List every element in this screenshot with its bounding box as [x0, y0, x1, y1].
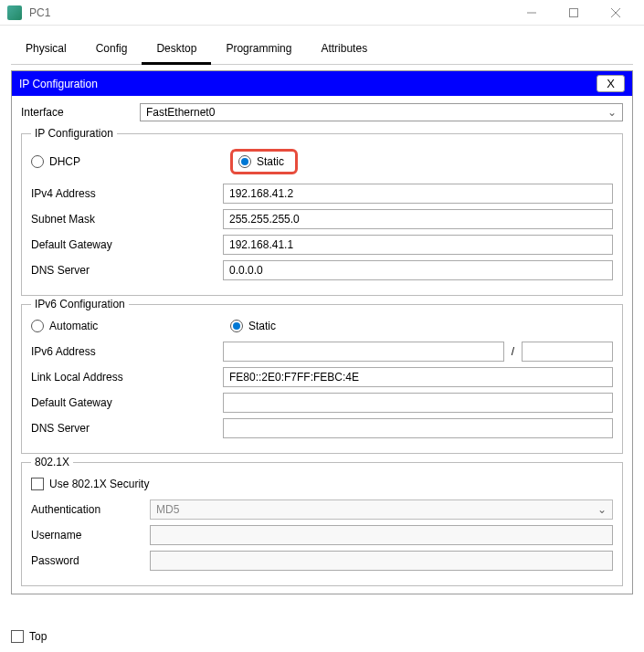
panel-header: IP Configuration X [12, 71, 632, 96]
ipv6-dns-label: DNS Server [31, 422, 223, 435]
chevron-down-icon: ⌄ [607, 106, 617, 119]
minimize-button[interactable] [511, 0, 553, 26]
ipv4-legend: IP Configuration [31, 127, 117, 140]
dns-server-label: DNS Server [31, 264, 223, 277]
app-icon [7, 5, 22, 20]
tab-programming[interactable]: Programming [211, 35, 306, 64]
password-input [150, 551, 613, 571]
interface-select[interactable]: FastEthernet0 ⌄ [140, 103, 623, 121]
ipv6-legend: IPv6 Configuration [31, 298, 129, 310]
ipv6-prefix-separator: / [504, 345, 522, 358]
top-checkbox[interactable] [11, 630, 24, 643]
ipv6-address-input[interactable] [223, 342, 504, 362]
close-button[interactable] [595, 0, 637, 26]
ipv6-static-radio[interactable] [230, 320, 243, 332]
username-label: Username [31, 529, 150, 542]
tab-config[interactable]: Config [81, 35, 143, 64]
interface-value: FastEthernet0 [146, 106, 215, 119]
interface-label: Interface [21, 106, 140, 119]
ipv6-dns-input[interactable] [223, 418, 613, 438]
chevron-down-icon: ⌄ [597, 503, 607, 516]
static-label: Static [257, 155, 284, 168]
titlebar: PC1 [0, 0, 644, 26]
ipv6-auto-radio[interactable] [31, 320, 44, 332]
top-label: Top [29, 630, 47, 643]
ipv6-auto-label: Automatic [49, 320, 98, 332]
dns-server-input[interactable] [223, 260, 613, 280]
default-gateway-label: Default Gateway [31, 238, 223, 251]
panel-title: IP Configuration [19, 78, 98, 90]
use-8021x-label: Use 802.1X Security [49, 478, 149, 490]
tab-attributes[interactable]: Attributes [306, 35, 382, 64]
use-8021x-checkbox[interactable] [31, 478, 44, 490]
default-gateway-input[interactable] [223, 235, 613, 255]
subnet-mask-input[interactable] [223, 209, 613, 229]
ipv6-gateway-label: Default Gateway [31, 396, 223, 409]
panel-close-button[interactable]: X [596, 75, 625, 92]
svg-rect-1 [570, 8, 578, 16]
ipv6-prefix-input[interactable] [522, 342, 613, 362]
tab-physical[interactable]: Physical [11, 35, 81, 64]
tab-bar: Physical Config Desktop Programming Attr… [11, 35, 633, 65]
window-title: PC1 [29, 6, 511, 19]
footer: Top [11, 630, 47, 643]
ipv4-address-input[interactable] [223, 184, 613, 204]
ipv6-address-label: IPv6 Address [31, 345, 223, 358]
maximize-button[interactable] [553, 0, 595, 26]
ipv4-fieldset: IP Configuration DHCP Static IPv4 Addres… [21, 127, 623, 296]
ipv6-gateway-input[interactable] [223, 393, 613, 413]
auth-label: Authentication [31, 503, 150, 516]
password-label: Password [31, 554, 150, 567]
subnet-mask-label: Subnet Mask [31, 213, 223, 226]
link-local-label: Link Local Address [31, 371, 223, 384]
dot1x-legend: 802.1X [31, 456, 73, 468]
static-highlight: Static [230, 149, 298, 174]
link-local-input[interactable] [223, 367, 613, 387]
tab-desktop[interactable]: Desktop [142, 35, 211, 65]
dot1x-fieldset: 802.1X Use 802.1X Security Authenticatio… [21, 456, 623, 586]
ipv4-address-label: IPv4 Address [31, 187, 223, 200]
ipv6-fieldset: IPv6 Configuration Automatic Static IPv6… [21, 298, 623, 454]
ip-config-panel: IP Configuration X Interface FastEtherne… [11, 70, 633, 594]
dhcp-radio[interactable] [31, 155, 44, 168]
username-input [150, 525, 613, 545]
ipv6-static-label: Static [248, 320, 276, 332]
static-radio[interactable] [238, 155, 251, 168]
dhcp-label: DHCP [49, 155, 80, 168]
auth-value: MD5 [156, 503, 179, 516]
auth-select: MD5 ⌄ [150, 500, 613, 520]
